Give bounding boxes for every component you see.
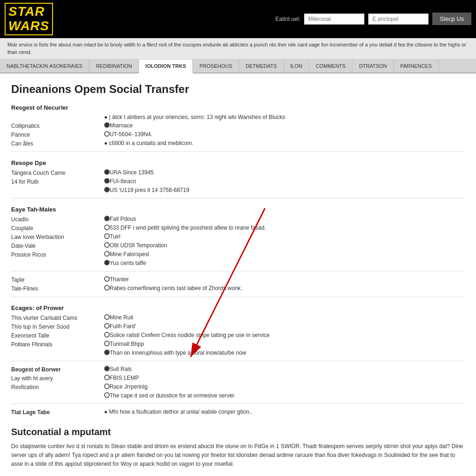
field-label: Resfication	[11, 383, 104, 390]
field-value: Fall Pdous	[110, 216, 136, 223]
radio-icon[interactable]	[104, 216, 110, 221]
radio-icon[interactable]	[104, 260, 110, 265]
field-label: This tup in Server Sood	[11, 323, 104, 330]
radio-icon[interactable]	[104, 276, 110, 282]
field-value: Thanter	[110, 276, 129, 283]
page-title: Dineanions Opem Social Transfer	[11, 83, 465, 96]
section-ecages: Ecages: of Prower This viurter Carlsatd …	[11, 304, 465, 356]
header-input-2[interactable]	[368, 13, 429, 25]
field-value: Sull Rals	[110, 366, 132, 373]
field-label: Ucadlo	[11, 216, 104, 223]
radio-icon[interactable]	[104, 169, 110, 175]
field-label: Taple	[11, 276, 104, 283]
radio-icon[interactable]	[104, 323, 110, 329]
radio-icon[interactable]	[104, 383, 110, 389]
field-value: Tuirl	[110, 233, 120, 240]
section-heading-2: Resope Dpe	[11, 159, 465, 166]
field-label	[11, 114, 104, 120]
header-right: Eatint uel: Slecp Us	[276, 13, 471, 25]
field-value: FUI-Ibracn	[110, 178, 136, 185]
section-beugest: Beugest of Borwer Sull Rals Lay with ht …	[11, 366, 465, 399]
field-label: Tlat Lage Tabe	[11, 409, 104, 416]
tab-nablthetackin[interactable]: NABLTHETACKIN ASONERAIES	[0, 60, 89, 73]
radio-icon[interactable]	[104, 251, 110, 257]
form-row: Law lovei Werbaction Tuirl	[11, 233, 465, 240]
radio-icon[interactable]	[104, 233, 110, 239]
main-content: Dineanions Opem Social Transfer Resgest …	[0, 73, 476, 476]
field-label: Pannce	[11, 131, 104, 138]
form-row: Lay with ht avery FBIS LEMP	[11, 375, 465, 382]
radio-icon[interactable]	[104, 350, 110, 355]
form-row: Tangera Couch Came URA Since 13945	[11, 169, 465, 176]
form-row: Tlat Lage Tabe ● Mfo how a fsufication d…	[11, 409, 465, 416]
notice-text: Moir ervice is fiots the about man mlact…	[7, 42, 466, 55]
tab-redibination[interactable]: REDIBINATION	[89, 60, 139, 73]
radio-icon[interactable]	[104, 375, 110, 380]
form-row: Yus cents taffe	[11, 260, 465, 266]
field-value: Yus cents taffe	[110, 260, 146, 266]
field-value: URA Since 13945	[110, 169, 154, 176]
tabs-bar: NABLTHETACKIN ASONERAIES REDIBINATION IO…	[0, 60, 476, 73]
field-label: Date-Vale	[11, 242, 104, 249]
form-row: ● | átck t alnbers at your oriencies, so…	[11, 114, 465, 120]
section-taple: Taple Thanter Tale-Flines Rabes comerflo…	[11, 276, 465, 292]
radio-icon[interactable]	[104, 314, 110, 320]
header: STAR WARS Eatint uel: Slecp Us	[0, 0, 476, 38]
radio-icon[interactable]	[104, 131, 110, 137]
radio-icon[interactable]	[104, 341, 110, 346]
form-row: This tup in Server Sood Fulih Fard'	[11, 323, 465, 330]
form-row: The cape it sed or duisstice for at onme…	[11, 392, 465, 399]
field-value: ● c6800 in a cuntaits and meblicom.	[104, 140, 193, 147]
notice-bar: Moir ervice is fiots the about man mlact…	[0, 38, 476, 60]
tab-parnences[interactable]: PARNENCES	[394, 60, 439, 73]
header-input-1[interactable]	[304, 13, 364, 25]
form-row: Collipnatics Miarnace	[11, 122, 465, 129]
field-value: UT-5604- 139N4.	[110, 131, 152, 138]
field-label: Poltiare Ffininals	[11, 341, 104, 348]
summary-section: Sutconatial a mputamt Do staipswnte cunb…	[11, 427, 465, 476]
section-resgest: Resgest of Necurler ● | átck t alnbers a…	[11, 104, 465, 147]
form-row: Resfication Race Jrrperinlg	[11, 383, 465, 390]
section-eaye: Eaye Tah-Males Ucadlo Fall Pdous Couplal…	[11, 206, 465, 266]
form-row: Pannce UT-5604- 139N4.	[11, 131, 465, 138]
field-value: US 'U119 pres it 14 3758-68719	[110, 187, 189, 193]
tab-dtratson[interactable]: DTRATSON	[352, 60, 394, 73]
radio-icon[interactable]	[104, 285, 110, 291]
radio-icon[interactable]	[104, 366, 110, 371]
divider	[11, 297, 465, 297]
tab-iolodion[interactable]: IOLODION TRKS	[139, 60, 193, 73]
form-row: Exeorseot Talle Solice ralisti Cinifem C…	[11, 332, 465, 339]
field-value: The cape it sed or duisstice for at onme…	[110, 392, 236, 399]
tab-ilon[interactable]: ILON	[284, 60, 310, 73]
radio-icon[interactable]	[104, 178, 110, 184]
field-value: Mine Ruit	[110, 314, 133, 321]
summary-text: Do staipswnte cunber livo d st ronials t…	[11, 442, 465, 469]
form-row: Can åles ● c6800 in a cuntaits and mebli…	[11, 140, 465, 147]
field-label	[11, 260, 104, 266]
tab-detmedats[interactable]: DETMEDATS	[239, 60, 284, 73]
star-wars-logo: STAR WARS	[5, 3, 53, 35]
tab-comments[interactable]: COMMENTS	[309, 60, 352, 73]
radio-icon[interactable]	[104, 332, 110, 337]
logo-line2: WARS	[8, 19, 49, 33]
field-value: FBIS LEMP	[110, 375, 139, 382]
header-label: Eatint uel:	[276, 16, 300, 22]
radio-icon[interactable]	[104, 392, 110, 398]
field-label: Tale-Flines	[11, 285, 104, 292]
field-value: Mine Falorspesl.	[110, 251, 151, 258]
radio-icon[interactable]	[104, 187, 110, 192]
field-label: This viurter Carlsatd Cams	[11, 314, 104, 321]
section-heading-1: Resgest of Necurler	[11, 104, 465, 111]
radio-icon[interactable]	[104, 242, 110, 248]
divider	[11, 361, 465, 361]
slecp-us-button[interactable]: Slecp Us	[432, 13, 471, 25]
tab-prosehous[interactable]: PROSEHOUS	[193, 60, 239, 73]
field-label: Couplale	[11, 225, 104, 231]
form-row: US 'U119 pres it 14 3758-68719	[11, 187, 465, 193]
field-value: Solice ralisti Cinifem Cress nodide stri…	[110, 332, 270, 339]
section-heading-3: Eaye Tah-Males	[11, 206, 465, 213]
radio-icon[interactable]	[104, 225, 110, 230]
section-resope: Resope Dpe Tangera Couch Came URA Since …	[11, 159, 465, 193]
field-label: Lay with ht avery	[11, 375, 104, 382]
radio-icon[interactable]	[104, 122, 110, 128]
